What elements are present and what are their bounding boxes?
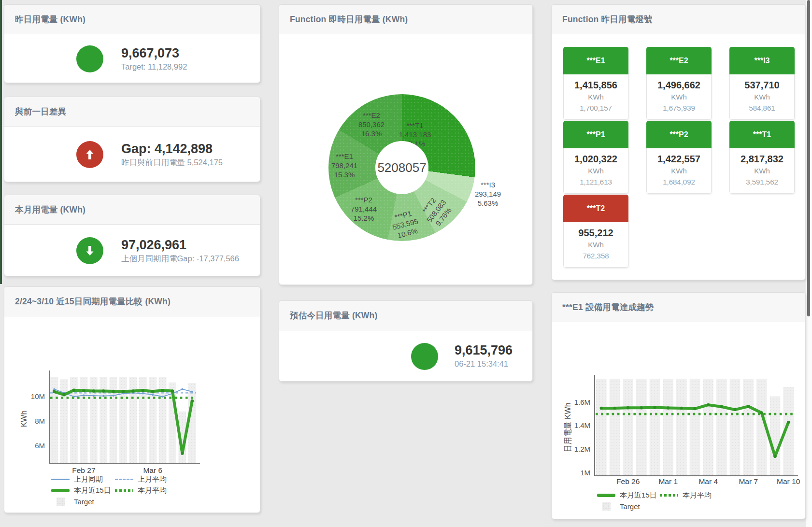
svg-text:6M: 6M [35,442,45,450]
legend-item-blue-line[interactable]: 上月同期 [51,474,115,485]
svg-text:Mar 10: Mar 10 [777,477,800,485]
legend-swatch-green-bold [597,491,615,500]
card-status-lights: Function 昨日用電燈號 ***E11,415,856KWh1,700,1… [551,4,806,280]
card-title: 2/24~3/10 近15日同期用電量比較 (KWh) [4,287,260,316]
svg-text:1.6M: 1.6M [574,398,590,406]
legend-item-target[interactable]: Target [597,501,660,512]
legend-swatch-blue-line [51,475,70,484]
card-realtime-donut: Function 即時日用電量 (KWh) 5208057 ***T11,413… [279,4,533,285]
title-text: 預估今日用電量 (KWh) [290,310,377,321]
light-tile-value: 2,817,832 [730,153,794,165]
legend-swatch-target [597,502,615,511]
card-title: 昨日用電量 (KWh) [4,5,260,34]
legend-swatch-blue-dash [115,475,133,484]
light-tile-value: 1,422,557 [647,153,711,165]
donut-chart[interactable]: 5208057 ***T11,413,18327.1%***I3293,1495… [328,94,475,241]
status-tiles-grid: ***E11,415,856KWh1,700,157***E21,496,662… [552,34,805,281]
legend-item-green-bold[interactable]: 本月近15日 [51,485,115,496]
title-text: ***E1 設備用電達成趨勢 [562,301,654,313]
svg-text:1.2M: 1.2M [574,445,590,453]
kpi-value: Gap: 4,142,898 [121,142,223,157]
light-tile-unit: KWh [564,91,628,102]
light-tile-unit: KWh [730,91,794,102]
left-edge-strip [0,0,2,284]
kpi-subtext: Target: 11,128,992 [121,61,187,72]
light-tile-target: 1,684,092 [647,176,711,187]
arrow-down-glyph [83,243,97,258]
svg-text:Mar 4: Mar 4 [698,477,718,485]
light-tile-target: 1,121,613 [564,176,628,187]
light-tile-body: 1,020,322KWh1,121,613 [563,148,628,194]
status-circle-icon [76,45,103,72]
light-tile-header: ***E2 [646,47,712,74]
legend-label: 本月平均 [683,491,712,500]
card-title: Function 即時日用電量 (KWh) [279,5,532,34]
legend-swatch-green-dot [660,491,678,500]
light-tile-unit: KWh [730,165,794,176]
svg-text:8M: 8M [35,417,45,425]
title-text: Function 昨日用電燈號 [562,14,653,25]
legend-swatch-target [51,498,70,506]
card-compare-chart: 2/24~3/10 近15日同期用電量比較 (KWh) 6M8M10MFeb 2… [4,286,260,513]
card-yesterday-usage: 昨日用電量 (KWh) 9,667,073 Target: 11,128,992 [4,4,260,83]
light-tile-target: 762,358 [564,250,628,261]
legend-label: 本月平均 [138,486,167,495]
kpi-value: 9,615,796 [455,343,513,358]
light-tile-t2: ***T2955,212KWh762,358 [563,195,628,268]
card-title: 與前一日差異 [4,97,260,127]
card-e1-trend-chart: ***E1 設備用電達成趨勢 1M1.2M1.4M1.6MFeb 26Mar 1… [551,292,806,519]
svg-text:Feb 26: Feb 26 [616,477,640,485]
trend-chart-legend: 本月近15日本月平均Target [597,490,723,512]
title-text: 2/24~3/10 近15日同期用電量比較 (KWh) [15,296,171,307]
light-tile-header: ***I3 [729,47,795,74]
svg-text:1M: 1M [580,469,590,477]
card-title: Function 昨日用電燈號 [552,5,805,34]
light-tile-t1: ***T12,817,832KWh3,591,562 [729,121,795,194]
kpi-subtext: 昨日與前日用電量 5,524,175 [121,157,223,168]
light-tile-unit: KWh [564,239,628,250]
light-tile-e2: ***E21,496,662KWh1,675,939 [646,47,712,120]
light-tile-unit: KWh [647,91,711,102]
card-prev-day-gap: 與前一日差異 Gap: 4,142,898 昨日與前日用電量 5,524,175 [4,97,260,182]
light-tile-header: ***P2 [646,121,712,148]
card-month-usage: 本月用電量 (KWh) 97,026,961 上個月同期用電Gap: -17,3… [4,195,260,276]
light-tile-header: ***E1 [563,47,628,74]
svg-text:1.4M: 1.4M [574,421,590,429]
card-title: 預估今日用電量 (KWh) [279,301,532,330]
legend-item-green-dot[interactable]: 本月平均 [115,485,179,496]
legend-item-blue-dash[interactable]: 上月平均 [115,474,179,485]
donut-slice-label: ***I3293,1495.63% [475,180,501,208]
legend-swatch-green-dot [115,486,133,495]
light-tile-target: 3,591,562 [730,176,794,187]
light-tile-value: 1,415,856 [564,79,628,91]
legend-item-green-dot[interactable]: 本月平均 [660,490,723,501]
light-tile-target: 1,700,157 [564,102,628,114]
svg-text:日用電量 KWh: 日用電量 KWh [564,402,572,452]
legend-item-green-bold[interactable]: 本月近15日 [597,490,660,501]
scrollbar-thumb[interactable] [807,0,810,316]
legend-label: Target [620,502,640,511]
kpi-value: 9,667,073 [121,46,187,61]
svg-text:Mar 7: Mar 7 [739,477,758,485]
arrow-up-glyph [83,147,97,162]
legend-label: 本月近15日 [74,486,111,495]
light-tile-value: 955,212 [564,227,628,239]
scrollbar-track[interactable] [806,0,812,527]
title-text: 本月用電量 (KWh) [15,204,85,215]
compare-chart-legend: 上月同期上月平均本月近15日本月平均Target [51,474,179,507]
svg-text:Feb 27: Feb 27 [72,466,95,474]
light-tile-e1: ***E11,415,856KWh1,700,157 [563,47,628,120]
donut-slice-label: ***E1798,24115.3% [331,152,357,179]
svg-text:10M: 10M [31,392,45,400]
light-tile-target: 584,861 [730,102,794,114]
legend-label: 上月同期 [74,475,103,484]
card-title: ***E1 設備用電達成趨勢 [552,293,805,322]
legend-label: Target [74,498,94,506]
light-tile-unit: KWh [564,165,628,176]
title-text: 昨日用電量 (KWh) [15,14,85,25]
kpi-subtext: 上個月同期用電Gap: -17,377,566 [121,253,239,264]
donut-slice-label: ***P2791,44415.2% [351,195,377,223]
legend-item-target[interactable]: Target [51,496,115,507]
light-tile-header: ***T1 [729,121,795,148]
svg-text:Mar 1: Mar 1 [658,477,678,485]
